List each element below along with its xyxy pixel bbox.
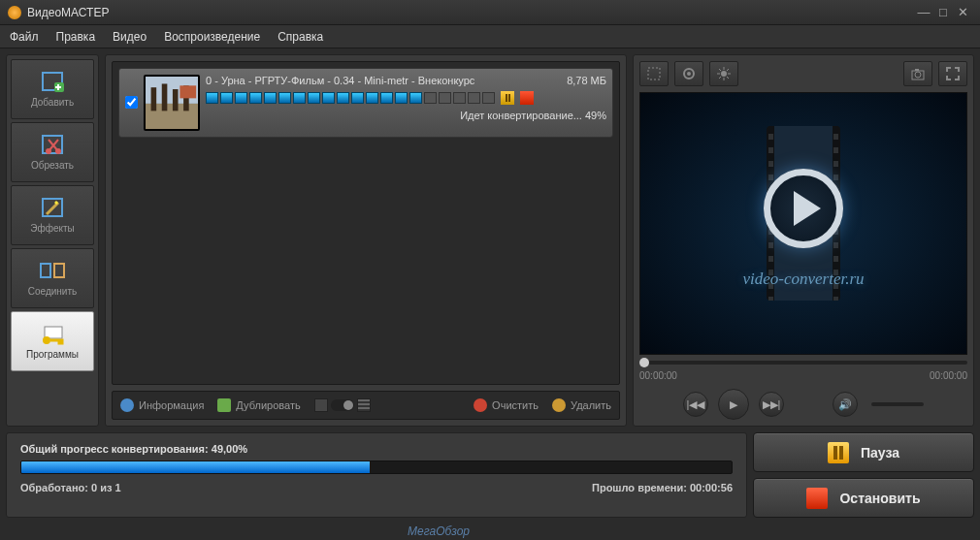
- volume-button[interactable]: 🔊: [833, 392, 858, 417]
- brightness-tool-button[interactable]: [709, 61, 738, 86]
- playback-controls: |◀◀ ▶ ▶▶| 🔊: [639, 389, 967, 420]
- svg-point-22: [915, 72, 921, 78]
- titlebar: ВидеоМАСТЕР — □ ✕: [0, 0, 980, 25]
- crop-tool-button[interactable]: [639, 61, 669, 86]
- svg-point-20: [721, 71, 727, 77]
- join-icon: [39, 260, 66, 283]
- menu-help[interactable]: Справка: [278, 30, 323, 44]
- settings-tool-button[interactable]: [674, 61, 703, 86]
- sidebar-add-button[interactable]: Добавить: [11, 59, 94, 119]
- svg-point-19: [687, 72, 691, 76]
- time-total: 00:00:00: [930, 370, 967, 381]
- menu-file[interactable]: Файл: [10, 30, 39, 44]
- sidebar-join-button[interactable]: Соединить: [11, 248, 94, 308]
- svg-rect-12: [151, 87, 157, 111]
- sidebar: Добавить Обрезать Эффекты Соединить Прог…: [6, 54, 99, 427]
- info-button[interactable]: Информация: [120, 398, 204, 412]
- menu-video[interactable]: Видео: [113, 30, 147, 44]
- svg-rect-13: [162, 83, 168, 111]
- svg-point-9: [43, 336, 50, 344]
- svg-rect-16: [180, 85, 196, 98]
- list-toolbar: Информация Дублировать Очистить Удалить: [112, 391, 620, 420]
- list-view-icon: [357, 398, 371, 412]
- duplicate-icon: [217, 398, 231, 412]
- sidebar-trim-button[interactable]: Обрезать: [11, 122, 94, 182]
- menu-edit[interactable]: Правка: [56, 30, 96, 44]
- close-button[interactable]: ✕: [953, 5, 972, 19]
- file-stop-button[interactable]: [520, 91, 534, 105]
- elapsed-label: Прошло времени: 00:00:56: [592, 482, 733, 493]
- info-icon: [120, 398, 134, 412]
- corner-watermark: МегаОбзор: [408, 524, 470, 538]
- file-checkbox[interactable]: [125, 96, 138, 109]
- file-pause-button[interactable]: [501, 91, 514, 105]
- prev-button[interactable]: |◀◀: [683, 392, 708, 417]
- menu-playback[interactable]: Воспроизведение: [164, 30, 260, 44]
- view-switch[interactable]: [331, 399, 354, 411]
- pause-button[interactable]: Пауза: [753, 432, 974, 472]
- svg-rect-17: [648, 68, 660, 79]
- delete-button[interactable]: Удалить: [552, 398, 611, 412]
- menubar: Файл Правка Видео Воспроизведение Справк…: [0, 25, 980, 48]
- play-button[interactable]: ▶: [718, 389, 749, 420]
- duplicate-button[interactable]: Дублировать: [217, 398, 300, 412]
- snapshot-button[interactable]: [903, 61, 932, 86]
- minimize-button[interactable]: —: [914, 5, 933, 19]
- crop-icon: [646, 66, 662, 81]
- svg-rect-6: [41, 264, 50, 277]
- sidebar-programs-button[interactable]: Программы: [11, 311, 94, 371]
- camera-icon: [910, 66, 926, 81]
- film-add-icon: [39, 71, 66, 94]
- file-name: 0 - Урна - РГРТУ-Фильм - 0.34 - Mini-met…: [206, 75, 474, 86]
- processed-label: Обработано: 0 из 1: [20, 482, 121, 493]
- progress-bar: [20, 461, 733, 474]
- window-title: ВидеоМАСТЕР: [27, 6, 914, 19]
- svg-rect-14: [173, 89, 179, 111]
- app-logo-icon: [8, 6, 21, 19]
- preview-panel: video-converter.ru 00:00:00 00:00:00 |◀◀…: [633, 54, 974, 427]
- clear-button[interactable]: Очистить: [474, 398, 539, 412]
- brightness-icon: [716, 66, 732, 81]
- play-overlay-icon: [764, 169, 843, 248]
- next-button[interactable]: ▶▶|: [759, 392, 784, 417]
- svg-rect-23: [915, 69, 919, 71]
- file-item[interactable]: 0 - Урна - РГРТУ-Фильм - 0.34 - Mini-met…: [118, 68, 613, 138]
- action-panel: Пауза Остановить: [753, 432, 974, 518]
- wand-icon: [39, 197, 66, 220]
- file-list: 0 - Урна - РГРТУ-Фильм - 0.34 - Mini-met…: [112, 61, 620, 385]
- stop-button[interactable]: Остановить: [753, 478, 974, 518]
- progress-label: Общий прогресс конвертирования: 49,00%: [20, 443, 733, 455]
- delete-icon: [552, 398, 566, 412]
- file-list-panel: 0 - Урна - РГРТУ-Фильм - 0.34 - Mini-met…: [105, 54, 627, 427]
- file-size: 8,78 МБ: [567, 75, 606, 86]
- seek-slider[interactable]: [639, 361, 967, 365]
- volume-slider[interactable]: [871, 402, 924, 406]
- time-current: 00:00:00: [639, 370, 677, 381]
- key-icon: [39, 323, 66, 346]
- stop-icon: [806, 488, 828, 509]
- fullscreen-button[interactable]: [938, 61, 967, 86]
- pause-icon: [828, 442, 849, 463]
- gear-icon: [681, 66, 697, 81]
- view-toggle[interactable]: [314, 398, 371, 412]
- video-preview[interactable]: video-converter.ru: [639, 92, 967, 355]
- preview-watermark: video-converter.ru: [742, 270, 864, 289]
- progress-panel: Общий прогресс конвертирования: 49,00% О…: [6, 432, 747, 518]
- clear-icon: [474, 398, 487, 412]
- svg-rect-7: [54, 264, 64, 277]
- file-status: Идет конвертирование... 49%: [206, 110, 606, 121]
- sidebar-effects-button[interactable]: Эффекты: [11, 185, 94, 245]
- file-thumbnail: [144, 75, 200, 131]
- maximize-button[interactable]: □: [933, 5, 953, 19]
- file-progress-segments: [206, 91, 606, 105]
- fullscreen-icon: [945, 66, 961, 81]
- scissors-icon: [39, 134, 66, 157]
- grid-view-icon: [314, 398, 328, 412]
